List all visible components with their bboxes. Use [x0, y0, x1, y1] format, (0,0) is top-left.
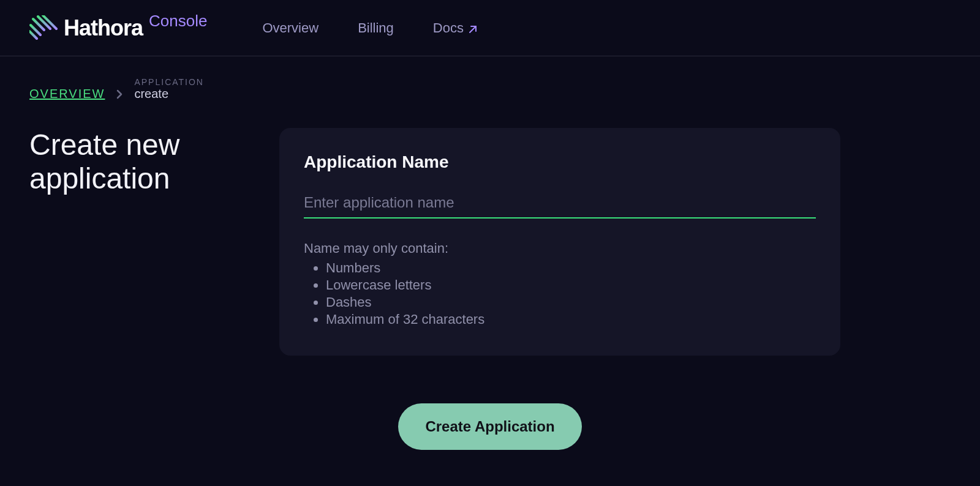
external-link-icon: [467, 23, 478, 34]
logo[interactable]: Hathora Console: [29, 15, 207, 41]
breadcrumb-current-stack: APPLICATION create: [134, 77, 204, 101]
helper-rule: Numbers: [326, 260, 816, 276]
app-name-label: Application Name: [304, 152, 816, 172]
breadcrumb-root[interactable]: OVERVIEW: [29, 87, 105, 101]
app-name-input[interactable]: [304, 189, 816, 219]
svg-line-5: [470, 26, 476, 32]
create-application-button[interactable]: Create Application: [398, 403, 581, 450]
breadcrumb-eyebrow: APPLICATION: [134, 77, 204, 87]
logo-suffix: Console: [149, 12, 207, 31]
primary-nav: Overview Billing Docs: [262, 20, 478, 36]
nav-overview[interactable]: Overview: [262, 20, 318, 36]
app-header: Hathora Console Overview Billing Docs: [0, 0, 980, 56]
logo-icon: [29, 15, 59, 41]
chevron-right-icon: [116, 89, 123, 100]
main-content: OVERVIEW APPLICATION create Create new a…: [0, 56, 980, 450]
helper-rule: Maximum of 32 characters: [326, 312, 816, 327]
app-name-helper: Name may only contain: Numbers Lowercase…: [304, 241, 816, 327]
cta-row: Create Application: [29, 403, 951, 450]
page-title: Create new application: [29, 128, 250, 356]
helper-intro: Name may only contain:: [304, 241, 816, 256]
breadcrumb-current: create: [134, 87, 204, 101]
helper-rule: Dashes: [326, 294, 816, 310]
nav-billing[interactable]: Billing: [358, 20, 394, 36]
app-name-card: Application Name Name may only contain: …: [279, 128, 840, 356]
helper-rules-list: Numbers Lowercase letters Dashes Maximum…: [304, 260, 816, 327]
logo-text: Hathora: [64, 15, 143, 41]
nav-docs-label: Docs: [433, 20, 464, 36]
svg-line-4: [29, 31, 37, 39]
helper-rule: Lowercase letters: [326, 277, 816, 293]
breadcrumb: OVERVIEW APPLICATION create: [29, 77, 951, 101]
nav-docs[interactable]: Docs: [433, 20, 478, 36]
